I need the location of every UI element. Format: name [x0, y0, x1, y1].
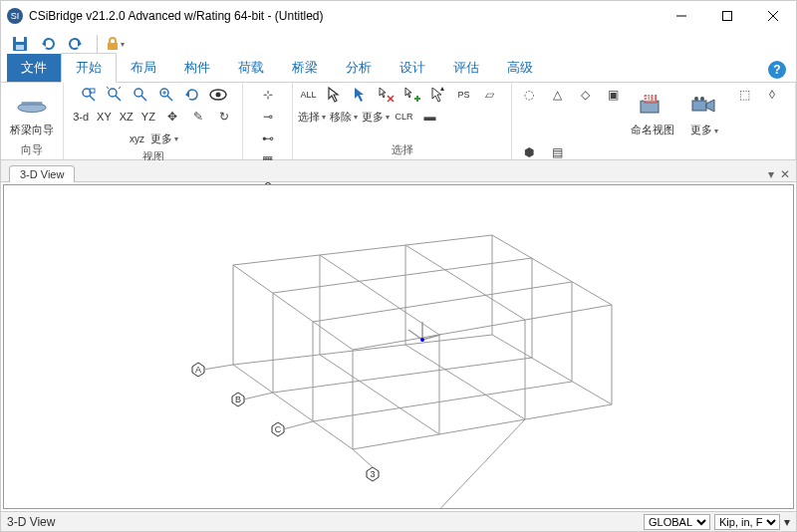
view-xyz-button[interactable]: xyz — [128, 129, 146, 148]
svg-line-47 — [492, 335, 612, 404]
svg-point-25 — [215, 93, 220, 98]
tab-component[interactable]: 构件 — [170, 54, 224, 82]
deselect-dropdown[interactable]: 移除 — [330, 107, 358, 127]
close-button[interactable] — [750, 1, 796, 31]
model-canvas[interactable]: A B C 3 1 — [3, 184, 794, 509]
maximize-button[interactable] — [704, 1, 750, 31]
disp-1-icon[interactable]: ◌ — [518, 85, 540, 105]
view-tab-bar: 3-D View ▾ ✕ — [1, 160, 796, 182]
named-view-button[interactable]: name 命名视图 — [630, 85, 675, 140]
ribbon: 桥梁向导 向导 3-d XY XZ YZ ✥ ✎ ↻ xyz 更多 视图 ⊹ ⊸ — [1, 83, 796, 160]
disp-5-icon[interactable]: ⬚ — [733, 85, 755, 105]
tab-load[interactable]: 荷载 — [224, 54, 278, 82]
select-poly-icon[interactable]: ▱ — [479, 85, 501, 105]
view-xy-button[interactable]: XY — [95, 107, 114, 127]
select-all-button[interactable]: ALL — [298, 85, 320, 105]
pointer-x-icon[interactable] — [376, 85, 398, 105]
select-more-button[interactable]: 更多 — [362, 107, 390, 127]
camera-more-button[interactable]: 更多 — [681, 85, 727, 140]
disp-cube-icon[interactable]: ▣ — [602, 85, 624, 105]
wireframe-model: A B C 3 1 — [124, 215, 642, 509]
select-ps-button[interactable]: PS — [453, 85, 475, 105]
disp-7-icon[interactable]: ⬢ — [518, 142, 540, 162]
status-view-label: 3-D View — [7, 515, 55, 529]
svg-line-39 — [492, 235, 612, 305]
qat-separator — [97, 35, 98, 53]
select-clr-button[interactable]: CLR — [394, 107, 415, 127]
svg-line-42 — [320, 255, 439, 335]
pointer-up-icon[interactable] — [427, 85, 449, 105]
svg-line-45 — [313, 282, 572, 322]
title-bar: SI CSiBridge v21.2.0 Advanced w/Rating 6… — [1, 1, 796, 31]
svg-line-53 — [313, 382, 572, 421]
pointer-blue-icon[interactable] — [350, 85, 372, 105]
tab-layout[interactable]: 布局 — [117, 54, 170, 82]
snap-point-icon[interactable]: ⊹ — [257, 85, 279, 105]
zoom-window-icon[interactable] — [78, 85, 100, 105]
tab-start[interactable]: 开始 — [61, 53, 117, 83]
svg-line-52 — [273, 358, 532, 393]
view-close-icon[interactable]: ✕ — [780, 167, 790, 181]
undo-icon[interactable] — [37, 33, 59, 55]
svg-line-49 — [233, 365, 353, 449]
zoom-in-icon[interactable] — [155, 85, 177, 105]
save-icon[interactable] — [9, 33, 31, 55]
disp-6-icon[interactable]: ◊ — [761, 85, 783, 105]
group-wizard: 桥梁向导 向导 — [1, 83, 64, 159]
select-line-icon[interactable]: ▬ — [419, 107, 441, 127]
bridge-wizard-button[interactable]: 桥梁向导 — [7, 85, 57, 141]
status-coords-select[interactable]: GLOBAL — [644, 514, 710, 530]
svg-line-75 — [203, 365, 233, 370]
eye-icon[interactable] — [207, 85, 229, 105]
status-dropdown-icon[interactable]: ▾ — [784, 515, 790, 529]
view-3d-button[interactable]: 3-d — [71, 107, 91, 127]
redo-icon[interactable] — [65, 33, 87, 55]
svg-point-15 — [109, 89, 117, 97]
svg-line-38 — [233, 235, 492, 265]
svg-rect-34 — [692, 101, 706, 111]
named-view-label: 命名视图 — [631, 124, 674, 135]
lock-icon[interactable]: ▾ — [104, 33, 126, 55]
tab-design[interactable]: 设计 — [386, 54, 439, 82]
disp-3-icon[interactable]: ◇ — [574, 85, 596, 105]
group-snap: ⊹ ⊸ ⊷ ▦ ✕ ⊥ 捕捉 — [243, 83, 293, 159]
select-dropdown[interactable]: 选择 — [298, 107, 326, 127]
window-title: CSiBridge v21.2.0 Advanced w/Rating 64-b… — [29, 9, 659, 23]
pencil-icon[interactable]: ✎ — [187, 107, 209, 127]
disp-8-icon[interactable]: ▤ — [546, 142, 568, 162]
svg-rect-9 — [108, 43, 118, 50]
snap-mid-icon[interactable]: ⊸ — [257, 107, 279, 127]
tab-analysis[interactable]: 分析 — [332, 54, 386, 82]
view-xz-button[interactable]: XZ — [118, 107, 135, 127]
view-tab-3d[interactable]: 3-D View — [9, 165, 75, 182]
zoom-prev-icon[interactable] — [130, 85, 151, 105]
grid-label-b: B — [235, 395, 241, 404]
view-yz-button[interactable]: YZ — [139, 107, 157, 127]
refresh-icon[interactable] — [181, 85, 203, 105]
grid-label-c: C — [275, 424, 282, 434]
rotate-icon[interactable]: ↻ — [213, 107, 235, 127]
pan-icon[interactable]: ✥ — [161, 107, 183, 127]
svg-line-16 — [116, 96, 121, 101]
tab-bridge[interactable]: 桥梁 — [278, 54, 332, 82]
svg-rect-6 — [16, 45, 24, 50]
zoom-extents-icon[interactable] — [104, 85, 126, 105]
tab-advanced[interactable]: 高级 — [493, 54, 547, 82]
tab-file[interactable]: 文件 — [7, 54, 61, 82]
svg-line-41 — [233, 265, 353, 350]
help-icon[interactable]: ? — [768, 61, 786, 79]
pointer-icon[interactable] — [324, 85, 346, 105]
tab-rating[interactable]: 评估 — [439, 54, 493, 82]
disp-2-icon[interactable]: △ — [546, 85, 568, 105]
view-more-button[interactable]: 更多 — [150, 129, 178, 148]
camera-more-label: 更多 — [690, 124, 718, 136]
minimize-button[interactable] — [659, 1, 704, 31]
group-wizard-label: 向导 — [21, 141, 43, 159]
pointer-plus-icon[interactable] — [401, 85, 423, 105]
snap-end-icon[interactable]: ⊷ — [257, 129, 279, 148]
view-pin-icon[interactable]: ▾ — [768, 167, 774, 181]
svg-rect-1 — [723, 12, 732, 21]
svg-line-22 — [167, 96, 172, 101]
status-units-select[interactable]: Kip, in, F — [714, 514, 780, 530]
svg-line-40 — [353, 305, 612, 350]
